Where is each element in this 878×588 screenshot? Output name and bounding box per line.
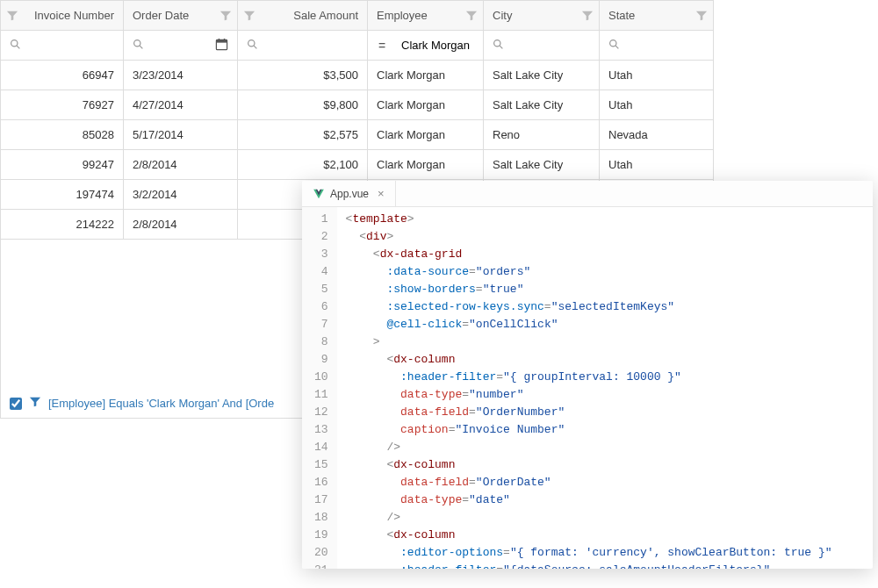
filter-cell-city[interactable] xyxy=(484,31,600,61)
column-header-city[interactable]: City xyxy=(484,1,600,31)
line-number: 17 xyxy=(314,491,328,509)
cell-invoice[interactable]: 85028 xyxy=(1,120,124,150)
filter-cell-employee[interactable]: = xyxy=(368,31,484,61)
code-line[interactable]: data-field="OrderNumber" xyxy=(346,404,873,421)
cell-date[interactable]: 3/2/2014 xyxy=(124,180,238,210)
code-line[interactable]: <dx-column xyxy=(346,456,873,474)
header-filter-icon[interactable] xyxy=(220,10,232,22)
cell-invoice[interactable]: 99247 xyxy=(1,150,124,180)
cell-employee[interactable]: Clark Morgan xyxy=(368,90,484,120)
code-line[interactable]: /> xyxy=(346,439,873,456)
calendar-icon[interactable] xyxy=(215,38,228,54)
cell-employee[interactable]: Clark Morgan xyxy=(368,120,484,150)
header-filter-icon[interactable] xyxy=(581,10,594,22)
line-number: 3 xyxy=(314,246,328,263)
line-number: 16 xyxy=(314,474,328,491)
cell-city[interactable]: Salt Lake City xyxy=(484,150,600,180)
column-header-invoice-number[interactable]: Invoice Number xyxy=(1,1,124,31)
cell-city[interactable]: Salt Lake City xyxy=(484,90,600,120)
filter-cell-invoice-number[interactable] xyxy=(1,31,124,61)
cell-amount[interactable]: $2,575 xyxy=(238,120,368,150)
code-line[interactable]: /> xyxy=(346,509,873,527)
filter-input-employee[interactable] xyxy=(375,39,476,52)
code-area[interactable]: <template> <div> <dx-data-grid :data-sou… xyxy=(337,207,873,569)
cell-date[interactable]: 5/17/2014 xyxy=(124,120,238,150)
line-number: 1 xyxy=(314,211,328,228)
equals-operator-icon[interactable]: = xyxy=(378,39,385,52)
cell-employee[interactable]: Clark Morgan xyxy=(368,61,484,90)
cell-invoice[interactable]: 197474 xyxy=(1,180,124,210)
cell-city[interactable]: Salt Lake City xyxy=(484,61,600,90)
search-icon xyxy=(133,39,144,53)
code-line[interactable]: > xyxy=(346,333,873,351)
cell-invoice[interactable]: 76927 xyxy=(1,90,124,120)
table-row[interactable]: 992472/8/2014$2,100Clark MorganSalt Lake… xyxy=(1,150,714,180)
filter-cell-sale-amount[interactable] xyxy=(238,31,368,61)
filter-input[interactable] xyxy=(8,39,116,52)
filter-cell-state[interactable] xyxy=(600,31,714,61)
header-filter-icon[interactable] xyxy=(6,10,18,22)
code-line[interactable]: :header-filter="{dataSource: saleAmountH… xyxy=(346,562,873,569)
code-line[interactable]: data-field="OrderDate" xyxy=(346,474,873,491)
code-line[interactable]: <template> xyxy=(346,211,873,228)
code-line[interactable]: @cell-click="onCellClick" xyxy=(346,316,873,333)
editor-tab-app-vue[interactable]: App.vue × xyxy=(302,181,396,206)
filter-input[interactable] xyxy=(491,39,592,52)
cell-amount[interactable]: $3,500 xyxy=(238,61,368,90)
filter-cell-order-date[interactable] xyxy=(124,31,238,61)
header-filter-icon[interactable] xyxy=(695,10,708,22)
cell-invoice[interactable]: 214222 xyxy=(1,210,124,240)
filter-input[interactable] xyxy=(245,39,360,52)
code-line[interactable]: :data-source="orders" xyxy=(346,263,873,281)
code-line[interactable]: <div> xyxy=(346,228,873,246)
header-filter-icon[interactable] xyxy=(465,10,478,22)
code-line[interactable]: :header-filter="{ groupInterval: 10000 }… xyxy=(346,369,873,386)
line-number: 8 xyxy=(314,333,328,351)
code-line[interactable]: data-type="number" xyxy=(346,386,873,404)
line-number: 9 xyxy=(314,351,328,369)
editor-tab-label: App.vue xyxy=(330,188,369,200)
code-line[interactable]: :editor-options="{ format: 'currency', s… xyxy=(346,544,873,562)
line-number: 6 xyxy=(314,298,328,316)
filter-input[interactable] xyxy=(607,39,706,52)
cell-amount[interactable]: $9,800 xyxy=(238,90,368,120)
code-line[interactable]: caption="Invoice Number" xyxy=(346,421,873,439)
column-header-label: City xyxy=(493,9,512,22)
table-row[interactable]: 850285/17/2014$2,575Clark MorganRenoNeva… xyxy=(1,120,714,150)
filter-enable-checkbox[interactable] xyxy=(10,398,22,410)
column-header-row: Invoice NumberOrder DateSale AmountEmplo… xyxy=(1,1,714,31)
table-row[interactable]: 669473/23/2014$3,500Clark MorganSalt Lak… xyxy=(1,61,714,90)
cell-date[interactable]: 2/8/2014 xyxy=(124,150,238,180)
table-row[interactable]: 769274/27/2014$9,800Clark MorganSalt Lak… xyxy=(1,90,714,120)
code-line[interactable]: data-type="date" xyxy=(346,491,873,509)
cell-date[interactable]: 3/23/2014 xyxy=(124,61,238,90)
cell-date[interactable]: 4/27/2014 xyxy=(124,90,238,120)
header-filter-icon[interactable] xyxy=(243,10,255,22)
cell-date[interactable]: 2/8/2014 xyxy=(124,210,238,240)
search-icon xyxy=(608,39,620,53)
code-line[interactable]: <dx-column xyxy=(346,351,873,369)
code-line[interactable]: <dx-data-grid xyxy=(346,246,873,263)
cell-state[interactable]: Nevada xyxy=(600,120,714,150)
cell-state[interactable]: Utah xyxy=(600,61,714,90)
code-line[interactable]: :selected-row-keys.sync="selectedItemKey… xyxy=(346,298,873,316)
cell-state[interactable]: Utah xyxy=(600,90,714,120)
editor-tabbar: App.vue × xyxy=(302,181,873,207)
filter-row: = xyxy=(1,31,714,61)
column-header-employee[interactable]: Employee xyxy=(368,1,484,31)
cell-state[interactable]: Utah xyxy=(600,150,714,180)
cell-city[interactable]: Reno xyxy=(484,120,600,150)
cell-employee[interactable]: Clark Morgan xyxy=(368,150,484,180)
line-number: 4 xyxy=(314,263,328,281)
close-tab-icon[interactable]: × xyxy=(378,187,385,200)
cell-amount[interactable]: $2,100 xyxy=(238,150,368,180)
filter-summary-text[interactable]: [Employee] Equals 'Clark Morgan' And [Or… xyxy=(48,397,274,410)
code-line[interactable]: :show-borders="true" xyxy=(346,281,873,298)
column-header-sale-amount[interactable]: Sale Amount xyxy=(238,1,368,31)
search-icon xyxy=(493,39,504,53)
cell-invoice[interactable]: 66947 xyxy=(1,61,124,90)
code-line[interactable]: <dx-column xyxy=(346,527,873,544)
column-header-state[interactable]: State xyxy=(600,1,714,31)
column-header-order-date[interactable]: Order Date xyxy=(124,1,238,31)
line-number: 14 xyxy=(314,439,328,456)
